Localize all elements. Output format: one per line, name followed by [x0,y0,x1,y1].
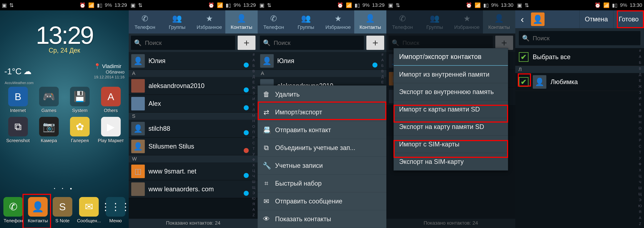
app-label: Телефон [4,218,23,224]
options-menu: 🗑Удалить⇄Импорт/экспорт📇Отправить контак… [258,86,386,228]
tab-phone[interactable]: ✆Телефон [129,10,161,33]
add-contact-button[interactable]: + [238,36,256,50]
search-input[interactable] [533,35,637,42]
menu-item[interactable]: 📇Отправить контакт [258,121,386,139]
app-телефон[interactable]: ✆Телефон [4,197,23,224]
select-all-row[interactable]: Выбрать все [515,48,644,66]
app-system[interactable]: 💾System [64,87,95,113]
search-row: 🔍 + [129,33,258,52]
checkbox[interactable] [519,52,528,62]
menu-item[interactable]: ⇄Импорт/экспорт [258,103,386,121]
dialog-option[interactable]: Экспорт на карту памяти SD [394,118,508,135]
dialog-option[interactable]: Экспорт во внутреннюю память [394,83,508,101]
contact-row[interactable]: 👤Юлия [129,52,258,70]
dialog-option[interactable]: Импорт с SIM-карты [394,135,508,153]
status-bar: ▣⇅ ⏰ 📶 ▮▯ 9% 13:29 [0,0,129,10]
search-box[interactable]: 🔍 [519,31,640,45]
tab-favorites[interactable]: ★Избранное [322,10,354,33]
app-screenshot[interactable]: ⧉Screenshot [2,117,34,143]
dialog-option[interactable]: Импорт с карты памяти SD [394,101,508,118]
app-internet[interactable]: BInternet [2,87,34,113]
app-label: Камера [41,138,57,143]
menu-item-icon: 📇 [263,126,270,134]
avatar: 👤 [131,54,145,68]
search-input[interactable] [145,39,232,46]
selection-header: ‹ 👤 Отмена Готово [515,10,644,28]
menu-item[interactable]: 🗑Удалить [258,86,386,103]
menu-item-icon: ⧉ [263,144,270,152]
page-indicator[interactable]: • • ● [0,187,129,191]
status-clock: 13:29 [114,2,127,8]
app-games[interactable]: 🎮Games [34,87,64,113]
wifi-signal-icon: 📶 [88,2,94,8]
search-box[interactable]: 🔍 [260,36,364,50]
weather-city: 📍 Vladimir [94,63,124,69]
contact-row[interactable]: 👤stilch88 [129,120,258,137]
contact-row[interactable]: ◫www 9smart. net [129,162,258,180]
weather-widget[interactable]: -1°C ☁ 📍 Vladimir Облачно 19.12.2014 11:… [0,59,129,83]
menu-item-icon: 👁 [263,215,270,223]
selection-list: Выбрать все Л 👤 Любимка #АБВДЕЖЗИКЛМНОПР… [515,48,644,228]
contacts-list[interactable]: 👤Юлия A aleksandrovna2010 Alex S 👤stilch… [129,52,258,219]
menu-item[interactable]: ⧉Объединить учетные зап... [258,139,386,157]
tab-contacts[interactable]: 👤Контакты [225,10,258,33]
contact-row[interactable]: aleksandrovna2010 [129,77,258,95]
groups-icon: 👥 [172,14,182,23]
tab-groups[interactable]: 👥Группы [290,10,322,33]
dialog-option[interactable]: Импорт из внутренней памяти [394,66,508,83]
app-камера[interactable]: 📷Камера [34,117,64,143]
menu-item[interactable]: ⌗Быстрый набор [258,175,386,192]
done-button[interactable]: Готово [613,10,644,28]
app-сообщен...[interactable]: ✉Сообщен... [77,197,101,224]
app-label: System [72,108,88,113]
alarm-icon: ⏰ [80,2,86,8]
checkbox[interactable] [519,77,528,87]
app-меню[interactable]: ⋮⋮⋮Меню [106,197,125,224]
add-contact-button[interactable]: + [366,36,384,50]
search-icon: 🔍 [134,39,142,46]
menu-item-label: Отправить контакт [275,126,331,134]
contact-row[interactable]: 👤Stilusmen Stilus [129,137,258,155]
avatar [131,97,145,111]
menu-item[interactable]: ✉Отправить сообщение [258,192,386,210]
weather-temp: -1°C [4,66,22,76]
app-grid-2: ⧉Screenshot📷Камера✿Галерея▶Play Маркет [0,115,129,145]
menu-item[interactable]: 🔧Учетные записи [258,157,386,175]
back-button[interactable]: ‹ [515,10,530,28]
skype-badge [244,191,249,196]
search-icon: 🔍 [263,39,270,46]
search-input[interactable] [274,39,361,46]
contact-row[interactable]: www leanaorders. com [129,180,258,198]
app-галерея[interactable]: ✿Галерея [64,117,95,143]
gallery-icon: ▣ [2,2,7,8]
app-icon-glyph: ✉ [79,197,99,217]
app-контакты[interactable]: 👤Контакты [28,197,48,224]
letter-index[interactable]: #АБВДЕЖЗИКЛМНОПРСТУФХЦЧШЩЭЮЯAZ [250,52,257,219]
tab-favorites[interactable]: ★Избранное [193,10,225,33]
menu-item[interactable]: 👁Показать контакты [258,210,386,228]
app-s note[interactable]: SS Note [53,197,72,224]
panel-contacts-menu: ▣⇅ ⏰📶▮▯9%13:29 ✆Телефон 👥Группы ★Избранн… [258,0,386,228]
app-others[interactable]: AOthers [95,87,126,113]
tab-contacts[interactable]: 👤Контакты [354,10,386,33]
skype-badge [244,63,249,68]
dialog-option[interactable]: Экспорт на SIM-карту [394,153,508,170]
menu-item-icon: ⇄ [263,108,270,116]
clock-widget[interactable]: 13:29 Ср, 24 Дек [0,10,129,54]
app-icon-glyph: A [101,87,121,106]
tab-phone[interactable]: ✆Телефон [258,10,290,33]
phone-icon: ✆ [142,14,148,23]
contact-select-row[interactable]: 👤 Любимка [515,73,644,91]
section-header: Л [515,66,644,73]
signal-icon: ▮▯ [97,2,102,8]
contact-row[interactable]: Alex [129,95,258,113]
search-box[interactable]: 🔍 [131,36,235,50]
app-play маркет[interactable]: ▶Play Маркет [95,117,126,143]
letter-index[interactable]: #АБВДЕЖЗИКЛМНОПРСТУФХЦЧШЩЭЮЯAZ [637,48,643,228]
tab-groups[interactable]: 👥Группы [161,10,193,33]
app-icon-glyph: ⋮⋮⋮ [106,197,125,217]
avatar [131,79,145,93]
clock-date: Ср, 24 Дек [0,47,129,54]
panel-home: ▣⇅ ⏰ 📶 ▮▯ 9% 13:29 13:29 Ср, 24 Дек -1°C… [0,0,129,228]
cancel-button[interactable]: Отмена [579,10,613,28]
